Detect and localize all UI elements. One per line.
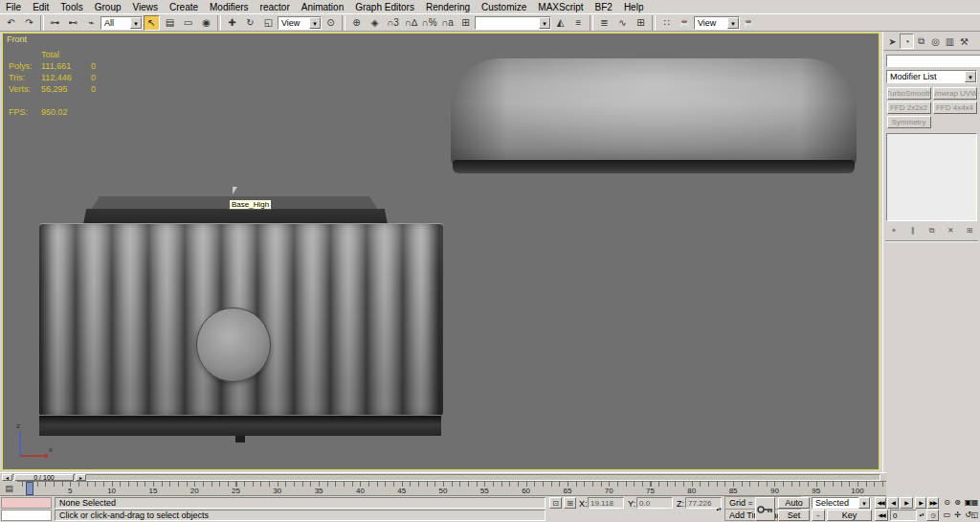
spinner-snap-icon[interactable]: ∩a bbox=[439, 15, 456, 31]
time-configuration-icon[interactable]: ◷ bbox=[926, 510, 939, 521]
go-to-start-icon[interactable]: ◀◀ bbox=[875, 497, 886, 509]
render-scene-icon[interactable]: ☕ bbox=[677, 15, 693, 31]
symmetry-button[interactable]: Symmetry bbox=[887, 116, 931, 128]
menu-graph-editors[interactable]: Graph Editors bbox=[349, 1, 420, 13]
unwrap-uvw-button[interactable]: Unwrap UVW bbox=[933, 87, 977, 100]
menu-views[interactable]: Views bbox=[127, 1, 165, 13]
viewport-front[interactable]: Front Total Polys: 111,661 0 Tris: 112,4… bbox=[2, 33, 880, 470]
menu-edit[interactable]: Edit bbox=[27, 1, 55, 13]
menu-group[interactable]: Group bbox=[89, 1, 127, 13]
menu-rendering[interactable]: Rendering bbox=[420, 1, 476, 13]
select-and-rotate-icon[interactable]: ↻ bbox=[242, 15, 258, 31]
region-zoom-icon[interactable]: ▭ bbox=[942, 510, 952, 521]
menu-modifiers[interactable]: Modifiers bbox=[204, 1, 255, 13]
selection-set-dropdown[interactable]: Selected ▾ bbox=[812, 497, 871, 509]
tab-hierarchy-icon[interactable]: ⧉ bbox=[914, 34, 928, 49]
ffd-2x2x2-button[interactable]: FFD 2x2x2 bbox=[887, 102, 931, 114]
time-slider-thumb[interactable]: 0 / 100 bbox=[14, 474, 74, 481]
menu-customize[interactable]: Customize bbox=[476, 1, 532, 13]
ffd-4x4x4-button[interactable]: FFD 4x4x4 bbox=[933, 102, 977, 114]
angle-snap-icon[interactable]: ∩∆ bbox=[403, 15, 419, 31]
select-and-manipulate-icon[interactable]: ⊕ bbox=[348, 15, 365, 31]
model-lid[interactable] bbox=[451, 58, 857, 177]
align-icon[interactable]: ≡ bbox=[570, 15, 587, 31]
tab-modify-icon[interactable]: ◔ bbox=[900, 34, 914, 49]
set-keys-button[interactable] bbox=[755, 497, 775, 521]
y-coordinate-field[interactable] bbox=[636, 497, 673, 509]
zoom-all-icon[interactable]: ⊛ bbox=[952, 497, 963, 509]
min-max-toggle-icon[interactable]: ◱ bbox=[969, 510, 980, 521]
next-frame-icon[interactable]: ▶ bbox=[915, 497, 926, 509]
tab-utilities-icon[interactable]: ⚒ bbox=[957, 34, 971, 49]
coordinate-spinner[interactable]: ▴▾ bbox=[715, 506, 723, 511]
zoom-icon[interactable]: ⊙ bbox=[942, 497, 952, 509]
current-frame-marker[interactable] bbox=[26, 482, 33, 495]
absolute-offset-icon[interactable]: ⊞ bbox=[564, 497, 576, 509]
use-pivot-center-icon[interactable]: ⊙ bbox=[323, 15, 339, 31]
model-base-high[interactable] bbox=[39, 196, 443, 438]
select-object-icon[interactable]: ↖ bbox=[144, 15, 160, 31]
track-bar[interactable]: ▤ 05101520253035404550556065707580859095… bbox=[0, 481, 886, 496]
redo-icon[interactable]: ↷ bbox=[21, 15, 37, 31]
mirror-icon[interactable]: ◭ bbox=[552, 15, 568, 31]
turbosmooth-button[interactable]: TurboSmooth bbox=[887, 87, 931, 100]
current-frame-field[interactable] bbox=[890, 510, 917, 521]
quick-render-icon[interactable]: ☕ bbox=[741, 15, 757, 31]
make-unique-icon[interactable]: ⧉ bbox=[925, 224, 939, 237]
play-button-icon[interactable]: ▶ bbox=[900, 497, 913, 509]
menu-reactor[interactable]: reactor bbox=[255, 1, 296, 13]
maxscript-listener-macro[interactable] bbox=[1, 497, 52, 509]
pin-stack-icon[interactable]: ⌖ bbox=[887, 224, 901, 237]
tab-create-icon[interactable]: ➤ bbox=[885, 34, 900, 49]
frame-spinner[interactable]: ▴▾ bbox=[918, 511, 925, 517]
key-filters-button[interactable]: Key Filters... bbox=[827, 510, 872, 521]
select-and-link-icon[interactable]: ⊶ bbox=[47, 15, 63, 31]
x-coordinate-field[interactable] bbox=[588, 497, 624, 509]
rectangular-selection-region-icon[interactable]: ▭ bbox=[180, 15, 196, 31]
menu-bf2[interactable]: BF2 bbox=[590, 1, 618, 13]
unlink-selection-icon[interactable]: ⊷ bbox=[65, 15, 81, 31]
menu-maxscript[interactable]: MAXScript bbox=[532, 1, 589, 13]
maxscript-listener-input[interactable] bbox=[1, 510, 52, 521]
show-end-result-icon[interactable]: ∥ bbox=[906, 224, 920, 237]
pan-icon[interactable]: ✢ bbox=[952, 510, 963, 521]
bind-to-space-warp-icon[interactable]: ⌁ bbox=[83, 15, 100, 31]
select-by-name-icon[interactable]: ▤ bbox=[162, 15, 178, 31]
selection-filter-dropdown[interactable]: All ▾ bbox=[100, 16, 143, 30]
go-to-end-icon[interactable]: ▶▶ bbox=[927, 497, 939, 509]
auto-key-button[interactable]: Auto Key bbox=[778, 497, 810, 509]
named-selection-dropdown[interactable]: ▾ bbox=[475, 16, 551, 30]
previous-frame-icon[interactable]: ◀ bbox=[887, 497, 899, 509]
menu-file[interactable]: File bbox=[0, 1, 27, 13]
zoom-extents-all-icon[interactable]: ▦ bbox=[969, 497, 980, 509]
menu-create[interactable]: Create bbox=[164, 1, 204, 13]
selection-lock-icon[interactable]: ⊡ bbox=[549, 497, 562, 509]
edit-named-selections-icon[interactable]: ⊞ bbox=[457, 15, 474, 31]
select-and-scale-icon[interactable]: ◱ bbox=[260, 15, 277, 31]
object-name-field[interactable] bbox=[886, 55, 980, 67]
menu-tools[interactable]: Tools bbox=[55, 1, 88, 13]
modifier-list-dropdown[interactable]: Modifier List ▾ bbox=[886, 70, 977, 83]
set-key-button[interactable]: Set Key bbox=[778, 510, 810, 521]
render-type-dropdown[interactable]: View ▾ bbox=[694, 16, 740, 30]
reference-coordinate-dropdown[interactable]: View ▾ bbox=[278, 16, 322, 30]
set-key-mode-icon[interactable]: ⌁ bbox=[812, 510, 825, 521]
tab-display-icon[interactable]: ▥ bbox=[943, 34, 957, 49]
time-slider-right-arrow[interactable]: ▸ bbox=[76, 474, 86, 481]
menu-animation[interactable]: Animation bbox=[296, 1, 349, 13]
time-slider-left-arrow[interactable]: ◂ bbox=[2, 474, 12, 481]
time-slider-track[interactable] bbox=[2, 474, 880, 481]
undo-icon[interactable]: ↶ bbox=[3, 15, 19, 31]
modifier-stack-list[interactable] bbox=[886, 133, 977, 221]
configure-modifier-sets-icon[interactable]: ⊞ bbox=[963, 224, 976, 237]
snap-3d-icon[interactable]: ∩3 bbox=[385, 15, 401, 31]
curve-editor-icon[interactable]: ∿ bbox=[614, 15, 631, 31]
keyboard-override-icon[interactable]: ◈ bbox=[367, 15, 383, 31]
timeline-ruler[interactable]: 0510152025303540455055606570758085909510… bbox=[17, 481, 886, 496]
schematic-view-icon[interactable]: ⊞ bbox=[633, 15, 649, 31]
mini-curve-editor-icon[interactable]: ▤ bbox=[2, 482, 16, 494]
viewport-label[interactable]: Front bbox=[7, 34, 27, 44]
layer-manager-icon[interactable]: ≣ bbox=[596, 15, 612, 31]
percent-snap-icon[interactable]: ∩% bbox=[421, 15, 437, 31]
select-and-move-icon[interactable]: ✚ bbox=[224, 15, 240, 31]
